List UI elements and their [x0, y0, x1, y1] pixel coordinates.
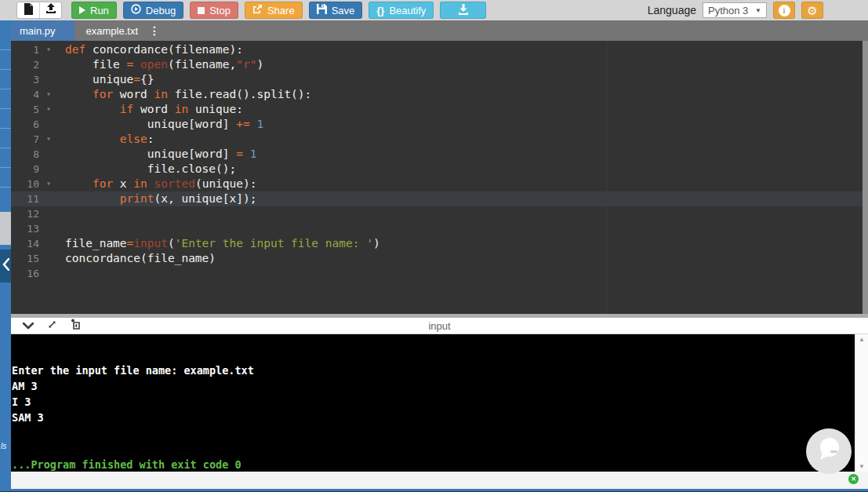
run-button-label: Run — [90, 5, 109, 16]
code-line[interactable]: 1▾def concordance(filename): — [11, 42, 863, 57]
fold-arrow-icon[interactable]: ▾ — [46, 86, 51, 101]
tab-main-py-label: main.py — [20, 25, 56, 37]
code-line[interactable]: 7▾ else: — [11, 132, 863, 147]
gutter-line-number[interactable]: 2 — [11, 57, 54, 72]
gutter-line-number[interactable]: 9 — [11, 162, 54, 177]
gutter-line-number[interactable]: 5▾ — [11, 102, 54, 117]
code-text[interactable]: for x in sorted(unique): — [54, 177, 257, 191]
save-button[interactable]: Save — [309, 2, 363, 19]
code-line[interactable]: 8 unique[word] = 1 — [11, 147, 863, 162]
close-badge-button[interactable]: ✕ — [848, 473, 859, 485]
stop-icon — [198, 7, 205, 14]
code-text[interactable]: unique[word] += 1 — [54, 117, 263, 132]
tab-menu-button[interactable]: ⋮ — [143, 20, 166, 41]
scroll-down-icon[interactable]: ▼ — [859, 463, 865, 470]
upload-button[interactable] — [39, 2, 61, 18]
code-line[interactable]: 16 — [11, 266, 863, 281]
fold-arrow-icon[interactable]: ▾ — [46, 176, 51, 191]
bottom-strip — [11, 472, 868, 489]
code-line[interactable]: 9 file.close(); — [11, 162, 863, 177]
code-line[interactable]: 14file_name=input('Enter the input file … — [11, 236, 863, 251]
gear-icon: ⚙ — [807, 5, 817, 16]
tab-example-txt-label: example.txt — [86, 25, 138, 37]
new-file-button[interactable] — [17, 2, 39, 18]
console-collapse-button[interactable] — [22, 319, 35, 332]
tab-example-txt[interactable]: example.txt — [74, 20, 143, 41]
code-text[interactable] — [54, 221, 65, 236]
code-line[interactable]: 12 — [11, 206, 863, 221]
code-text[interactable]: file = open(filename,"r") — [54, 57, 263, 72]
info-button[interactable]: i — [773, 2, 795, 19]
code-line[interactable]: 11 print(x, unique[x]); — [11, 191, 863, 206]
code-text[interactable]: file_name=input('Enter the input file na… — [54, 236, 380, 251]
language-label: Language — [648, 4, 696, 16]
gutter-line-number[interactable]: 11 — [11, 191, 54, 206]
code-line[interactable]: 10▾ for x in sorted(unique): — [11, 177, 863, 191]
code-editor[interactable]: 1▾def concordance(filename):2 file = ope… — [11, 41, 863, 314]
scroll-up-icon[interactable]: ▲ — [859, 336, 865, 343]
gutter-line-number[interactable]: 6 — [11, 117, 54, 132]
sidebar-divider — [0, 49, 11, 50]
gutter-line-number[interactable]: 13 — [11, 221, 54, 236]
gutter-line-number[interactable]: 8 — [11, 147, 54, 162]
editor-scrollbar[interactable] — [863, 41, 868, 314]
upload-icon — [45, 3, 56, 17]
settings-button[interactable]: ⚙ — [801, 2, 823, 19]
code-text[interactable]: def concordance(filename): — [54, 42, 243, 57]
beautify-button[interactable]: {} Beautify — [369, 2, 434, 19]
run-button[interactable]: Run — [71, 2, 117, 19]
gutter-line-number[interactable]: 15 — [11, 251, 54, 266]
code-line[interactable]: 2 file = open(filename,"r") — [11, 57, 863, 72]
code-text[interactable]: if word in unique: — [54, 102, 243, 117]
gutter-line-number[interactable]: 12 — [11, 206, 54, 221]
download-button[interactable] — [440, 2, 486, 19]
code-text[interactable] — [54, 266, 65, 281]
play-icon — [79, 6, 85, 14]
console-line — [12, 425, 855, 441]
info-icon: i — [779, 5, 790, 16]
code-line[interactable]: 13 — [11, 221, 863, 236]
sidebar-collapse-button[interactable] — [0, 250, 11, 282]
fold-arrow-icon[interactable]: ▾ — [46, 131, 51, 146]
code-text[interactable] — [54, 206, 65, 221]
code-text[interactable]: for word in file.read().split(): — [54, 87, 311, 102]
console-scrollbar[interactable]: ▲ ▼ — [855, 334, 868, 472]
gutter-line-number[interactable]: 4▾ — [11, 87, 54, 102]
sidebar-gray-segment[interactable] — [0, 212, 11, 245]
gutter-line-number[interactable]: 3 — [11, 72, 54, 87]
code-line[interactable]: 15concordance(file_name) — [11, 251, 863, 266]
code-text[interactable]: file.close(); — [54, 162, 236, 177]
fold-arrow-icon[interactable]: ▾ — [46, 42, 51, 56]
chevron-left-icon — [2, 258, 9, 274]
share-button[interactable]: Share — [245, 2, 303, 19]
stop-button[interactable]: Stop — [190, 2, 238, 19]
console-expand-button[interactable] — [45, 319, 58, 332]
gutter-line-number[interactable]: 16 — [11, 266, 54, 281]
gutter-line-number[interactable]: 14 — [11, 236, 54, 251]
chat-bubble-icon — [815, 437, 842, 465]
save-icon — [317, 4, 327, 16]
code-text[interactable]: print(x, unique[x]); — [54, 191, 256, 206]
console-output[interactable]: Enter the input file name: example.txtAM… — [11, 334, 855, 472]
chat-widget-button[interactable] — [806, 428, 852, 474]
collapsed-sidebar[interactable]: ls — [0, 20, 11, 489]
language-select[interactable]: Python 3 ▼ — [703, 2, 767, 18]
gutter-line-number[interactable]: 7▾ — [11, 132, 54, 147]
console-lines: Enter the input file name: example.txtAM… — [12, 363, 855, 488]
gutter-line-number[interactable]: 1▾ — [11, 42, 54, 57]
file-button-group — [16, 2, 62, 19]
code-line[interactable]: 5▾ if word in unique: — [11, 102, 863, 117]
console-title: input — [11, 320, 868, 332]
code-text[interactable]: concordance(file_name) — [54, 251, 216, 266]
code-text[interactable]: unique[word] = 1 — [54, 147, 256, 162]
console-save-log-button[interactable] — [69, 319, 82, 332]
code-line[interactable]: 3 unique={} — [11, 72, 863, 87]
code-text[interactable]: else: — [54, 132, 154, 147]
debug-button[interactable]: Debug — [123, 2, 183, 19]
code-line[interactable]: 6 unique[word] += 1 — [11, 117, 863, 132]
gutter-line-number[interactable]: 10▾ — [11, 177, 54, 191]
fold-arrow-icon[interactable]: ▾ — [46, 101, 51, 116]
tab-main-py[interactable]: main.py — [11, 20, 74, 41]
code-line[interactable]: 4▾ for word in file.read().split(): — [11, 87, 863, 102]
code-text[interactable]: unique={} — [54, 72, 154, 87]
